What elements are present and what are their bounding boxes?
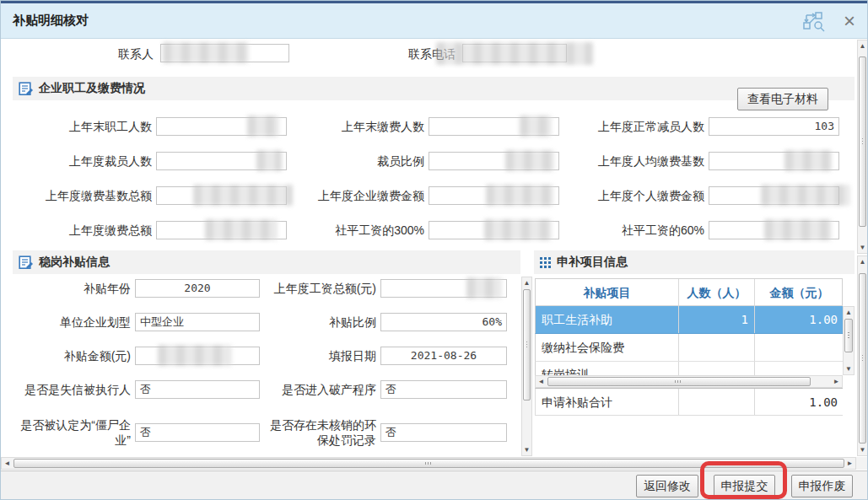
dialog-title: 补贴明细核对 [13,13,89,29]
view-materials-button[interactable]: 查看电子材料 [737,88,828,110]
scroll-down-arrow[interactable]: ▼ [858,444,867,455]
redacted-value [158,345,232,366]
scrollbar-thumb[interactable] [859,273,866,444]
field-input[interactable] [429,152,559,170]
scroll-up-arrow[interactable]: ▲ [522,277,531,288]
employee-fields-grid: 上年末职工人数 上年末缴费人数 上年度正常减员人数 103 上年度裁员人数 裁员… [13,117,858,239]
field-input[interactable]: 2020 [135,279,260,298]
field-input[interactable] [135,347,260,365]
field-input[interactable] [709,221,839,239]
field-input[interactable] [156,221,287,239]
field-input[interactable] [429,117,559,136]
close-icon[interactable]: × [844,13,855,30]
submit-declaration-button[interactable]: 申报提交 [714,475,775,497]
contact-phone-label: 联系电话 [364,45,460,63]
items-table-horizontal-scrollbar[interactable]: ◄ ► [535,375,843,388]
field-label: 是否进入破产程序 [260,380,380,399]
field-label: 上年度个人缴费金额 [559,186,709,205]
scrollbar-thumb[interactable] [523,289,531,401]
field-input[interactable] [429,186,559,205]
employee-section-header: 企业职工及缴费情况 [13,77,855,100]
field-input[interactable]: 否 [135,423,260,442]
field-input[interactable]: 中型企业 [135,313,260,331]
field-input[interactable]: 60% [380,313,507,331]
main-vertical-scrollbar-bottom[interactable]: ▲ ▼ [857,255,868,456]
field-input[interactable]: 否 [380,380,507,399]
employee-section-title: 企业职工及缴费情况 [39,81,145,96]
redacted-value [520,116,552,137]
field-input[interactable]: 否 [135,380,260,399]
field-input[interactable] [156,152,287,170]
back-to-edit-button[interactable]: 返回修改 [636,475,698,497]
scroll-down-arrow[interactable]: ▼ [522,444,531,455]
field-label: 是否存在未核销的环保处罚记录 [260,417,380,448]
field-label: 社平工资的60% [559,221,709,239]
scrollbar-thumb[interactable] [547,377,811,386]
field-label: 社平工资的300% [287,221,429,239]
redacted-value [484,219,552,240]
scrollbar-corner [856,457,868,470]
main-vertical-scrollbar-top[interactable]: ▲ ▼ [857,40,868,254]
field-input[interactable] [709,152,839,170]
scrollbar-thumb[interactable] [13,459,844,468]
dialog-footer: 返回修改 申报提交 申报作废 [1,470,867,500]
contact-person-label: 联系人 [68,45,158,63]
redacted-value [505,150,554,171]
field-input[interactable] [380,279,507,298]
redacted-value [256,150,282,171]
dialog-titlebar: 补贴明细核对 × [1,3,867,39]
scroll-right-arrow[interactable]: ► [844,458,855,469]
table-row[interactable]: 缴纳社会保险费 [535,334,843,362]
field-label: 上年度人均缴费基数 [559,152,709,170]
subsidy-section-title: 稳岗补贴信息 [39,255,110,270]
subsidy-panel-vertical-scrollbar[interactable]: ▲ ▼ [521,277,532,456]
scroll-right-arrow[interactable]: ► [831,376,842,387]
field-input[interactable] [156,117,287,136]
redacted-value [205,219,278,240]
column-header: 人数（人） [679,279,755,305]
items-table-header: 补贴项目 人数（人） 金额（元） [535,278,843,306]
doc-edit-icon [19,82,33,96]
field-input[interactable]: 2021-08-26 [380,347,507,365]
field-input[interactable] [156,186,287,205]
table-row[interactable]: 转岗培训 [535,362,843,376]
scroll-down-arrow[interactable]: ▼ [858,242,867,253]
field-label: 上年度企业缴费金额 [287,186,429,205]
field-label: 上年度工资总额(元) [260,279,380,298]
grid-icon [540,257,551,268]
redacted-value [193,185,293,206]
scrollbar-thumb[interactable] [844,319,853,352]
subsidy-section-header: 稳岗补贴信息 [13,250,520,274]
redacted-value [466,277,502,298]
column-header: 金额（元） [755,279,844,305]
field-input[interactable]: 103 [709,117,839,136]
void-declaration-button[interactable]: 申报作废 [791,475,853,497]
subsidy-fields-grid: 补贴年份 2020 上年度工资总额(元) 单位企业划型 中型企业 补贴比例 60… [13,279,510,451]
redacted-value [764,219,832,240]
scroll-down-arrow[interactable]: ▼ [844,363,854,374]
items-table-vertical-scrollbar[interactable]: ▲ ▼ [843,306,855,375]
field-label: 补贴年份 [13,279,135,298]
scroll-up-arrow[interactable]: ▲ [858,40,867,51]
main-horizontal-scrollbar[interactable]: ◄ ► [1,457,856,470]
field-label: 上年度缴费基数总额 [13,186,156,205]
contact-phone-input[interactable] [462,44,567,62]
scroll-up-arrow[interactable]: ▲ [858,256,867,267]
field-label: 是否是失信被执行人 [13,380,135,399]
column-header: 补贴项目 [536,279,679,305]
scroll-up-arrow[interactable]: ▲ [844,307,854,318]
scroll-left-arrow[interactable]: ◄ [536,376,547,387]
scroll-left-arrow[interactable]: ◄ [2,458,13,469]
field-label: 上年度正常减员人数 [559,117,709,136]
field-label: 上年末缴费人数 [287,117,429,136]
scrollbar-thumb[interactable] [859,56,866,227]
table-row-selected[interactable]: 职工生活补助 1 1.00 [535,306,843,334]
field-input[interactable] [429,221,559,239]
field-input[interactable] [709,186,839,205]
contact-person-input[interactable] [160,44,289,62]
field-input[interactable]: 否 [380,423,507,442]
redacted-value [784,150,832,171]
field-label: 裁员比例 [287,152,429,170]
doc-edit-icon [19,255,33,270]
region-zoom-icon[interactable] [801,10,827,32]
